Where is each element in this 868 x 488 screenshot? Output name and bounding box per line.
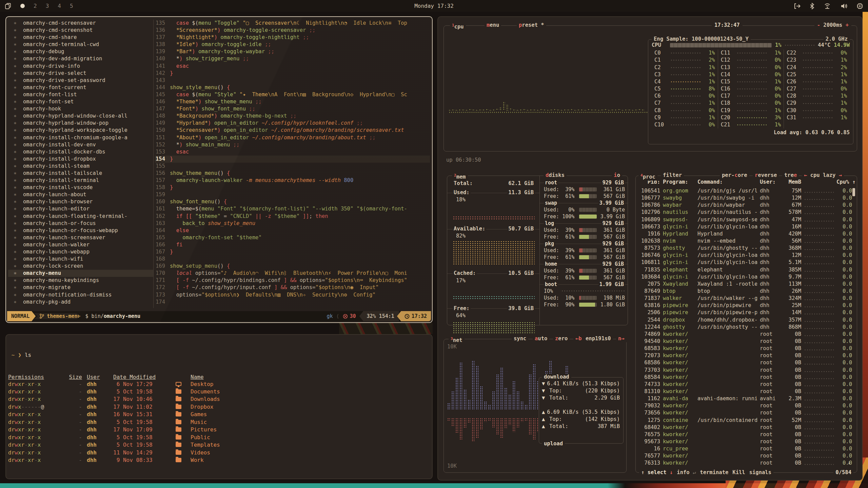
update-interval-control[interactable]: - 2000ms +	[814, 22, 851, 29]
code-line[interactable]: 141 esac	[155, 63, 430, 70]
tree-item[interactable]: ∗omarchy-cmd-screenshot	[8, 27, 153, 34]
net-zero-button[interactable]: zero	[553, 335, 570, 342]
code-line[interactable]: 165 omarchy-font-set "$theme"	[155, 234, 430, 241]
tree-item[interactable]: ∗omarchy-drive-set-password	[8, 77, 153, 84]
tree-item[interactable]: ∗omarchy-launch-screensaver	[8, 234, 153, 241]
code-line[interactable]: 138 *Idle*) omarchy-toggle-idle ;;	[155, 41, 430, 48]
code-line[interactable]: 168	[155, 256, 430, 263]
tree-item[interactable]: ∗omarchy-pkg-add	[8, 299, 153, 306]
process-row[interactable]: 106809swayosd-/usr/bin/swayosd-serverdhh…	[637, 216, 852, 223]
process-row[interactable]: 74733kworker/root0B0.0	[637, 381, 852, 388]
process-row[interactable]: 68584kworker/root0B0.0	[637, 374, 852, 381]
process-row[interactable]: 106541org.gnom/usr/bin/gjs /usr/lib/odhh…	[637, 187, 852, 195]
net-box-title[interactable]: 3net	[449, 335, 465, 344]
process-row[interactable]: 2506pipewire/usr/bin/pipewire-pulsedhh14…	[637, 309, 852, 316]
process-row[interactable]: 73656kworker/root0B0.0	[637, 409, 852, 416]
proc-box-title[interactable]: 4proc	[638, 172, 657, 181]
select-control[interactable]: ↑ select ↓	[639, 469, 675, 476]
process-row[interactable]: 68586kworker/root0B0.0	[637, 359, 852, 366]
process-row[interactable]: 74869kworker/root0B0.0	[637, 331, 852, 338]
code-line[interactable]: 136 *Screensaver*) omarchy-toggle-screen…	[155, 27, 430, 34]
tree-item[interactable]: ∗omarchy-font-set	[8, 98, 153, 105]
code-line[interactable]: 142}	[155, 70, 430, 77]
tree-item[interactable]: ∗omarchy-debug	[8, 48, 153, 55]
net-sync-button[interactable]: sync	[512, 335, 528, 342]
per-core-button[interactable]: per-core	[720, 172, 749, 179]
tree-item[interactable]: ∗omarchy-font-list	[8, 91, 153, 98]
terminate-button[interactable]: terminate	[698, 469, 730, 476]
code-line[interactable]: 172 [ -f ~/.config/hypr/input.conf ] && …	[155, 284, 430, 291]
code-line[interactable]: 144show_style_menu() {	[155, 84, 430, 91]
process-row[interactable]: 102796nautilus/usr/bin/nautilus --newdhh…	[637, 209, 852, 216]
kill-button[interactable]: Kill	[730, 469, 747, 476]
tree-item[interactable]: ∗omarchy-cmd-share	[8, 34, 153, 41]
process-row[interactable]: 68583kworker/root0B0.0	[637, 345, 852, 352]
code-line[interactable]: 163 back_to show_style_menu	[155, 220, 430, 227]
process-row[interactable]: 73703kworker/root0B0.0	[637, 367, 852, 374]
process-row[interactable]: 102638nvimnvim --embeddhh56M0.0	[637, 238, 852, 245]
tree-item[interactable]: ∗omarchy-install-vscode	[8, 184, 153, 191]
workspace-number[interactable]: 5	[70, 3, 73, 9]
windows-icon[interactable]	[5, 3, 12, 9]
tree-item[interactable]: ∗omarchy-install-dropbox	[8, 156, 153, 163]
tree-item[interactable]: ∗omarchy-hook	[8, 105, 153, 113]
tree-item[interactable]: ∗omarchy-launch-wifi	[8, 256, 153, 263]
tree-item[interactable]: ∗omarchy-drive-info	[8, 63, 153, 70]
code-line[interactable]: 145 case $(menu "Style" "✦ Theme\nA Font…	[155, 91, 430, 98]
code-line[interactable]: 148 *Background*) omarchy-theme-bg-next …	[155, 113, 430, 120]
tree-item[interactable]: ∗omarchy-install-docker-dbs	[8, 148, 153, 156]
workspace-active-indicator[interactable]	[20, 4, 25, 8]
info-button[interactable]: info ↵	[675, 469, 698, 476]
process-row[interactable]: 2075XwaylandXwayland :1 -rootless -dhh11…	[637, 281, 852, 288]
process-row[interactable]: 106673glycin-i/usr/lib/glycin-loadersdhh…	[637, 223, 852, 230]
code-line[interactable]: 137 *Nightlight*) omarchy-toggle-nightli…	[155, 34, 430, 41]
code-line[interactable]: 158}	[155, 184, 430, 191]
code-line[interactable]: 146 *Theme*) show_theme_menu ;;	[155, 98, 430, 105]
tree-item[interactable]: ∗omarchy-install-tailscale	[8, 170, 153, 177]
volume-icon[interactable]	[840, 3, 848, 9]
tree-item[interactable]: ∗omarchy-launch-about	[8, 191, 153, 198]
process-row[interactable]: 103684glycin-i/usr/lib/glycin-loadersdhh…	[637, 273, 852, 281]
process-row[interactable]: 1162avahi-daavahi-daemon: running [avahi…	[637, 395, 852, 402]
preset-button[interactable]: preset *	[517, 22, 546, 29]
network-icon[interactable]	[823, 3, 831, 9]
tree-item[interactable]: ∗omarchy-hyprland-window-pop	[8, 120, 153, 127]
process-row[interactable]: 106786waybar/usr/bin/waybardhh67M0.0	[637, 202, 852, 209]
process-row[interactable]: 63816pipewire/usr/bin/pipewiredhh25M0.0	[637, 302, 852, 309]
code-line[interactable]: 162 if [[ "$theme" = "CNCLD" || -z "$the…	[155, 213, 430, 220]
process-row[interactable]: 76577kworker/root0B0.0	[637, 452, 852, 460]
process-row[interactable]: 2544dropbox/home/dhh/.dropbox-distdhh357…	[637, 317, 852, 324]
tree-button[interactable]: tree	[782, 172, 799, 179]
code-line[interactable]: 139 *Bar*) omarchy-toggle-waybar ;;	[155, 48, 430, 55]
tree-item[interactable]: ∗omarchy-drive-select	[8, 70, 153, 77]
bluetooth-icon[interactable]	[810, 3, 814, 9]
process-row[interactable]: 71837walker/usr/bin/walker --gappldhh324…	[637, 295, 852, 302]
process-row[interactable]: 72073kworker/root0B0.0	[637, 352, 852, 359]
tree-item[interactable]: ∗omarchy-launch-or-focus	[8, 220, 153, 227]
menu-button[interactable]: menu	[485, 22, 501, 29]
code-line[interactable]: 169show_setup_menu() {	[155, 263, 430, 270]
code-line[interactable]: 161 theme=$(menu "Font" "$(omarchy-font-…	[155, 205, 430, 212]
tree-item[interactable]: ∗omarchy-install-steam	[8, 163, 153, 170]
code-line[interactable]: 150 *Screensaver*) open_in_editor ~/.con…	[155, 127, 430, 134]
code-line[interactable]: 156show_theme_menu() {	[155, 170, 430, 177]
tree-item[interactable]: ∗omarchy-menu	[8, 270, 153, 277]
process-row[interactable]: 106811glycin-i/usr/lib/glycin-loadersdhh…	[637, 259, 852, 266]
workspace-number[interactable]: 3	[46, 3, 49, 9]
tree-item[interactable]: ∗omarchy-launch-editor	[8, 205, 153, 212]
tree-item[interactable]: ∗omarchy-cmd-terminal-cwd	[8, 41, 153, 48]
code-line[interactable]: 152 *) show_main_menu ;;	[155, 141, 430, 148]
code-line[interactable]: 159	[155, 191, 430, 198]
code-line[interactable]: 171 [ -f ~/.config/hypr/bindings.conf ] …	[155, 277, 430, 284]
filter-button[interactable]: filter	[661, 172, 684, 179]
code-line[interactable]: 154}	[155, 156, 430, 163]
code-line[interactable]: 164 else	[155, 227, 430, 234]
process-row[interactable]: 1275containe/usr/bin/containerdroot52M0.…	[637, 417, 852, 424]
tree-item[interactable]: ∗omarchy-notification-dismiss	[8, 291, 153, 299]
tree-item[interactable]: ∗omarchy-launch-or-focus-webapp	[8, 227, 153, 234]
process-row[interactable]: 79032kworker/root0B0.0	[637, 402, 852, 409]
tree-item[interactable]: ∗omarchy-lock-screen	[8, 263, 153, 270]
net-next-iface-button[interactable]: n→	[616, 335, 627, 342]
process-row[interactable]: 106746glycin-i/usr/lib/glycin-loadersdhh…	[637, 252, 852, 259]
code-line[interactable]: 157 omarchy-launch-walker -m menus:omarc…	[155, 177, 430, 184]
